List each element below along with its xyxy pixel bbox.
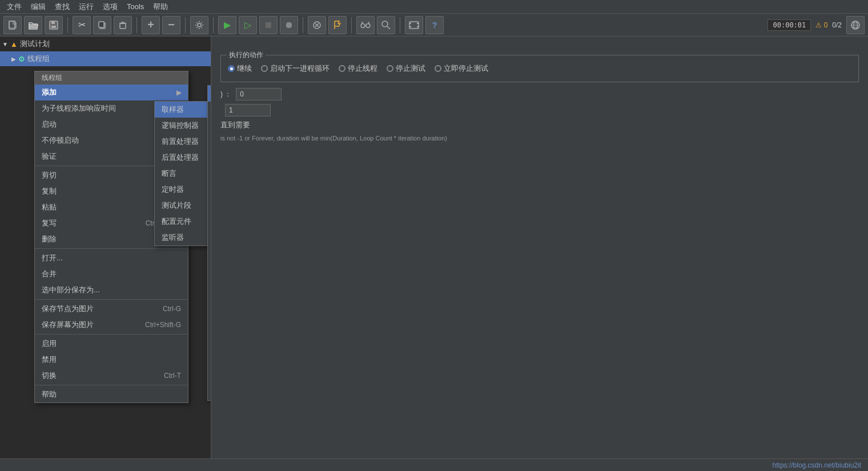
menu-file[interactable]: 文件 <box>2 1 26 13</box>
plan-icon: ▲ <box>10 40 18 49</box>
add-button[interactable]: + <box>142 16 160 34</box>
ctx2-pre-processor[interactable]: 前置处理器▶ <box>155 134 211 150</box>
ctx1-merge[interactable]: 合并 <box>35 266 188 282</box>
assert-arrow: ▶ <box>211 170 211 178</box>
ctx1-disable[interactable]: 禁用 <box>35 352 188 368</box>
statusbar-link[interactable]: https://blog.csdn.net/biubiu2it <box>773 461 861 469</box>
warning-indicator: ⚠ 0 <box>815 21 827 29</box>
search-button[interactable] <box>377 16 395 34</box>
copy-button[interactable] <box>93 16 111 34</box>
radio-stop-test[interactable]: 停止测试 <box>387 63 425 74</box>
sep6 <box>351 17 352 33</box>
radio-stop-test-now[interactable]: 立即停止测试 <box>435 63 488 74</box>
play-button[interactable]: ▶ <box>218 16 236 34</box>
ctx3-ftp[interactable]: FTP请求 <box>208 194 211 210</box>
ctx2-post-processor[interactable]: 后置处理器▶ <box>155 150 211 166</box>
ctx2-config[interactable]: 配置元件▶ <box>155 214 211 230</box>
ctx3-java[interactable]: Java请求 <box>208 288 211 304</box>
ctx1-save-partial[interactable]: 选中部分保存为... <box>35 282 188 298</box>
sep3 <box>185 17 186 33</box>
play-no-pause-button[interactable]: ▷ <box>239 16 257 34</box>
ctx3-beanshell[interactable]: BeanShell 取样器 <box>208 178 211 194</box>
ctx1-enable[interactable]: 启用 <box>35 336 188 352</box>
ctx1-help[interactable]: 帮助 <box>35 387 188 402</box>
ctx3-tcp[interactable]: TCP取样器 <box>208 368 211 384</box>
field-1-input[interactable] <box>225 104 271 116</box>
menu-edit[interactable]: 编辑 <box>26 1 50 13</box>
ctx1-save-node-img[interactable]: 保存节点为图片Ctrl-G <box>35 301 188 317</box>
cut-button[interactable]: ✂ <box>73 16 91 34</box>
ctx3-junit[interactable]: JUnit请求 <box>208 272 211 288</box>
ctx3-debug[interactable]: 调试取样器 <box>208 118 211 134</box>
radio-group-action: 继续 启动下一进程循环 停止线程 停止测试 <box>228 61 851 76</box>
radio-stop-thread-circle <box>339 65 345 72</box>
ctx3-ldap-ext[interactable]: LDAP扩展请求默认值 <box>208 304 211 320</box>
ctx1-open[interactable]: 打开... <box>35 250 188 266</box>
configure-button[interactable] <box>190 16 208 34</box>
tree-plan[interactable]: ▼ ▲ 测试计划 <box>0 37 211 51</box>
shutdown-button[interactable]: ⏺ <box>280 16 298 34</box>
menu-run[interactable]: 运行 <box>74 1 98 13</box>
post-arrow: ▶ <box>211 154 211 162</box>
radio-next-loop[interactable]: 启动下一进程循环 <box>261 63 329 74</box>
menu-options[interactable]: 选项 <box>98 1 122 13</box>
ctx2-assertion[interactable]: 断言▶ <box>155 166 211 182</box>
ctx3-jdbc[interactable]: JDBC Request <box>208 210 211 224</box>
menu-tools[interactable]: Tools <box>122 1 148 12</box>
ctx3-ldap[interactable]: LDAP请求 <box>208 320 211 336</box>
ctx3-jms-pub[interactable]: JMS发布 <box>208 224 211 240</box>
svg-rect-5 <box>99 22 104 27</box>
sampler-arrow: ▶ <box>211 106 211 114</box>
minus-button[interactable]: − <box>162 16 180 34</box>
field-0-input[interactable] <box>236 88 282 100</box>
stop-button[interactable]: ⏹ <box>259 16 278 34</box>
ctx2-logic-ctrl[interactable]: 逻辑控制器▶ <box>155 118 211 134</box>
radio-continue[interactable]: 继续 <box>228 63 252 74</box>
ctx1-toggle[interactable]: 切换Ctrl-T <box>35 368 188 384</box>
svg-rect-6 <box>120 23 126 29</box>
timer-display: 00:00:01 <box>767 19 811 31</box>
sep-e <box>35 385 188 385</box>
radio-stop-thread[interactable]: 停止线程 <box>339 63 377 74</box>
ctx2-sampler[interactable]: 取样器▶ <box>155 102 211 118</box>
statusbar: https://blog.csdn.net/biubiu2it <box>0 458 868 471</box>
ctx3-jms-point[interactable]: JMS点到点 <box>208 240 211 256</box>
globe-button[interactable] <box>846 16 865 34</box>
timer-arrow: ▶ <box>211 186 211 194</box>
flag-button[interactable] <box>328 16 347 34</box>
svg-rect-15 <box>417 23 419 24</box>
ctx2-test-fragment[interactable]: 测试片段▶ <box>155 198 211 214</box>
continue-text: 直到需要 <box>220 120 859 130</box>
save-button[interactable] <box>45 16 63 34</box>
ctx1-add[interactable]: 添加 ▶ <box>35 84 188 100</box>
help-button[interactable]: ? <box>425 16 444 34</box>
ctx3-access-log[interactable]: Access Log Sampler <box>208 164 211 178</box>
tree-group[interactable]: ▶ ⚙ 线程组 <box>0 51 211 66</box>
context-menu-2: 取样器▶ 逻辑控制器▶ 前置处理器▶ 后置处理器▶ 断言▶ 定时器▶ 测试片段▶… <box>154 101 211 246</box>
ctx3-os-process[interactable]: OS进程取样器 <box>208 336 211 352</box>
sep-b <box>35 248 188 249</box>
new-button[interactable] <box>3 16 22 34</box>
radio-stop-test-now-label: 立即停止测试 <box>444 63 488 74</box>
svg-point-7 <box>198 23 201 27</box>
ctx3-mail-reader[interactable]: 邮件阅读者取样器 <box>208 384 211 400</box>
ctx1-save-screen-img[interactable]: 保存屏幕为图片Ctrl+Shift-G <box>35 317 188 333</box>
delete-button[interactable] <box>114 16 132 34</box>
config-arrow: ▶ <box>211 218 211 226</box>
ctx3-ajp[interactable]: AJP/1.3 取样器 <box>208 148 211 164</box>
fragment-arrow: ▶ <box>211 202 211 210</box>
menu-find[interactable]: 查找 <box>50 1 74 13</box>
ctx3-test-action[interactable]: 测试活动 <box>208 102 211 118</box>
ctx3-jsr223[interactable]: JSR223 Sampler <box>208 134 211 148</box>
ctx3-jms-sub[interactable]: JMS订阅 <box>208 256 211 272</box>
ctx3-http[interactable]: HTTP请求 <box>208 86 211 102</box>
open-button[interactable] <box>24 16 42 34</box>
ctx2-listener[interactable]: 监听器▶ <box>155 230 211 245</box>
menu-help[interactable]: 帮助 <box>148 1 172 13</box>
ctx2-timer[interactable]: 定时器▶ <box>155 182 211 198</box>
binocular-button[interactable] <box>356 16 375 34</box>
ctx3-smtp[interactable]: SMTP取样器 <box>208 352 211 368</box>
tree-panel: ▼ ▲ 测试计划 ▶ ⚙ 线程组 线程组 添加 ▶ 为子线程添加响应时间 启动 … <box>0 37 211 471</box>
clear-all-button[interactable] <box>308 16 326 34</box>
film-button[interactable] <box>405 16 423 34</box>
